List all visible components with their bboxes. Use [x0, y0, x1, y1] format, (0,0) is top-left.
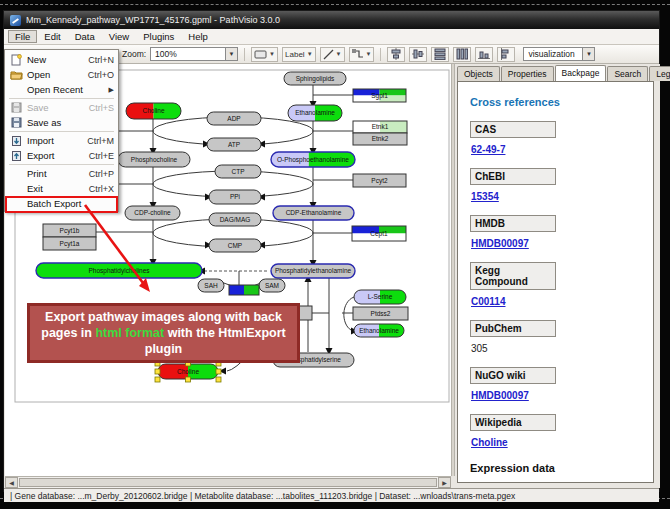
- svg-text:Choline: Choline: [177, 368, 199, 375]
- node-adp[interactable]: ADP: [207, 112, 261, 125]
- node-etnk2[interactable]: Etnk2: [353, 133, 407, 145]
- file-menu-item-import[interactable]: ImportCtrl+M: [5, 133, 118, 148]
- align-center-vertical-icon: [390, 48, 402, 60]
- node-l-serine[interactable]: L-Serine: [354, 290, 406, 304]
- gene-tool-button[interactable]: ▼: [251, 47, 278, 62]
- node-pcyt1b[interactable]: Pcyt1b: [43, 224, 96, 237]
- line-tool-dropdown-icon[interactable]: ▼: [336, 51, 342, 57]
- align-left-button[interactable]: [497, 47, 515, 62]
- xref-link[interactable]: 15354: [471, 191, 499, 202]
- tab-legend[interactable]: Legend: [649, 66, 670, 81]
- align-bottom-button[interactable]: [475, 47, 493, 62]
- svg-text:Choline: Choline: [142, 107, 164, 114]
- tab-search[interactable]: Search: [607, 66, 648, 81]
- svg-text:ATP: ATP: [228, 141, 240, 148]
- align-center-horizontal-button[interactable]: [409, 47, 427, 62]
- selection-handle[interactable]: [155, 369, 160, 374]
- line-tool-button[interactable]: ▼: [320, 47, 345, 62]
- xref-link[interactable]: C00114: [471, 296, 505, 307]
- node-choline[interactable]: Choline: [126, 103, 181, 119]
- file-menu-item-print[interactable]: PrintCtrl+P: [5, 166, 118, 181]
- zoom-dropdown-icon[interactable]: ▼: [225, 48, 237, 60]
- node-ctp[interactable]: CTP: [215, 165, 261, 178]
- scroll-left-icon[interactable]: ◀: [5, 477, 18, 488]
- node-choline[interactable]: Choline: [155, 361, 221, 382]
- tab-backpage[interactable]: Backpage: [555, 65, 607, 81]
- node-ethanolamine[interactable]: Ethanolamine: [288, 105, 342, 121]
- file-menu-item-open-recent[interactable]: Open Recent▶: [5, 82, 118, 97]
- menu-edit[interactable]: Edit: [37, 30, 67, 43]
- file-menu-item-new[interactable]: NewCtrl+N: [5, 52, 118, 67]
- blank-icon: [9, 183, 23, 195]
- node-phosphocholine[interactable]: Phosphocholine: [118, 152, 190, 167]
- connector-tool-button[interactable]: ▼: [349, 47, 375, 62]
- node-ptdss2[interactable]: Ptdss2: [353, 307, 408, 320]
- node-cdp-ethanolamine[interactable]: CDP-Ethanolamine: [273, 206, 354, 220]
- zoom-combobox[interactable]: 100% ▼: [150, 47, 238, 61]
- scrollbar-thumb[interactable]: [19, 478, 437, 487]
- node-sam[interactable]: SAM: [259, 279, 285, 292]
- node-o-phosphoethanolamine[interactable]: O-Phosphoethanolamine: [271, 152, 355, 167]
- node-sah[interactable]: SAH: [198, 279, 224, 292]
- file-menu-item-export[interactable]: ExportCtrl+E: [5, 148, 118, 163]
- selection-handle[interactable]: [155, 377, 160, 382]
- file-menu-item-save-as[interactable]: Save as: [5, 115, 118, 130]
- visualization-dropdown-icon[interactable]: ▼: [582, 48, 594, 60]
- zoom-value: 100%: [151, 49, 225, 59]
- menu-plugins[interactable]: Plugins: [136, 30, 181, 43]
- node-ppi[interactable]: PPi: [209, 190, 261, 204]
- node-sgpl1[interactable]: Sgpl1: [353, 89, 406, 102]
- menu-data[interactable]: Data: [68, 30, 102, 43]
- node-cdp-choline[interactable]: CDP-choline: [125, 206, 180, 220]
- label-tool-dropdown-icon[interactable]: ▼: [307, 51, 313, 57]
- selection-handle[interactable]: [216, 377, 221, 382]
- node-phosphatidylethanolamine[interactable]: Phosphatidylethanolamine: [271, 264, 355, 278]
- node-dag-mag[interactable]: DAG/MAG: [209, 213, 261, 226]
- node-cept1[interactable]: Cept1: [352, 226, 406, 241]
- align-center-vertical-button[interactable]: [387, 47, 405, 62]
- xref-link[interactable]: HMDB00097: [471, 238, 529, 249]
- file-menu-item-save[interactable]: SaveCtrl+S: [5, 100, 118, 115]
- distribute-horizontal-button[interactable]: [453, 47, 471, 62]
- svg-text:Cept1: Cept1: [370, 230, 388, 238]
- svg-text:Etnk2: Etnk2: [372, 135, 389, 142]
- node-sphingolipids[interactable]: Sphingolipids: [284, 72, 346, 85]
- node-pemt-genebox[interactable]: [229, 285, 259, 295]
- label-tool-button[interactable]: Label ▼: [282, 47, 316, 62]
- node-etnk1[interactable]: Etnk1: [353, 121, 407, 133]
- horizontal-scrollbar[interactable]: ◀ ▶: [5, 476, 451, 488]
- cross-reference-list: CAS62-49-7ChEBI15354HMDBHMDB00097Kegg Co…: [470, 121, 641, 448]
- distribute-vertical-button[interactable]: [431, 47, 449, 62]
- selection-handle[interactable]: [216, 369, 221, 374]
- node-atp[interactable]: ATP: [207, 138, 261, 151]
- menu-file[interactable]: File: [8, 30, 37, 43]
- svg-text:Pcyt1a: Pcyt1a: [60, 240, 80, 248]
- node-cmp[interactable]: CMP: [209, 239, 261, 252]
- xref-link[interactable]: HMDB00097: [471, 390, 529, 401]
- file-menu-item-exit[interactable]: ExitCtrl+X: [5, 181, 118, 196]
- menu-view[interactable]: View: [102, 30, 136, 43]
- blank-icon: [9, 168, 23, 180]
- node-phosphatidylcholines[interactable]: Phosphatidylcholines: [36, 263, 202, 278]
- xref-link[interactable]: Choline: [471, 437, 508, 448]
- node-ethanolamine[interactable]: Ethanolamine: [354, 324, 404, 337]
- scroll-right-icon[interactable]: ▶: [438, 477, 451, 488]
- visualization-combobox[interactable]: visualization ▼: [523, 47, 595, 61]
- connector-tool-dropdown-icon[interactable]: ▼: [366, 51, 372, 57]
- file-menu-item-label: Exit: [27, 183, 89, 194]
- submenu-arrow-icon: ▶: [109, 86, 114, 94]
- xref-section-chebi: ChEBI15354: [470, 168, 641, 202]
- title-bar[interactable]: Mm_Kennedy_pathway_WP1771_45176.gpml - P…: [4, 11, 659, 29]
- gene-tool-dropdown-icon[interactable]: ▼: [269, 51, 275, 57]
- shortcut-label: Ctrl+P: [89, 169, 114, 179]
- selection-handle[interactable]: [186, 377, 191, 382]
- xref-link[interactable]: 62-49-7: [471, 144, 505, 155]
- tab-properties[interactable]: Properties: [501, 66, 554, 81]
- file-menu-item-open[interactable]: OpenCtrl+O: [5, 67, 118, 82]
- menu-help[interactable]: Help: [181, 30, 215, 43]
- node-pcyt2[interactable]: Pcyt2: [353, 174, 406, 187]
- tab-objects[interactable]: Objects: [457, 66, 500, 81]
- node-pcyt1a[interactable]: Pcyt1a: [43, 237, 96, 250]
- align-center-horizontal-icon: [412, 48, 424, 60]
- xref-section-pubchem: PubChem305: [470, 320, 641, 354]
